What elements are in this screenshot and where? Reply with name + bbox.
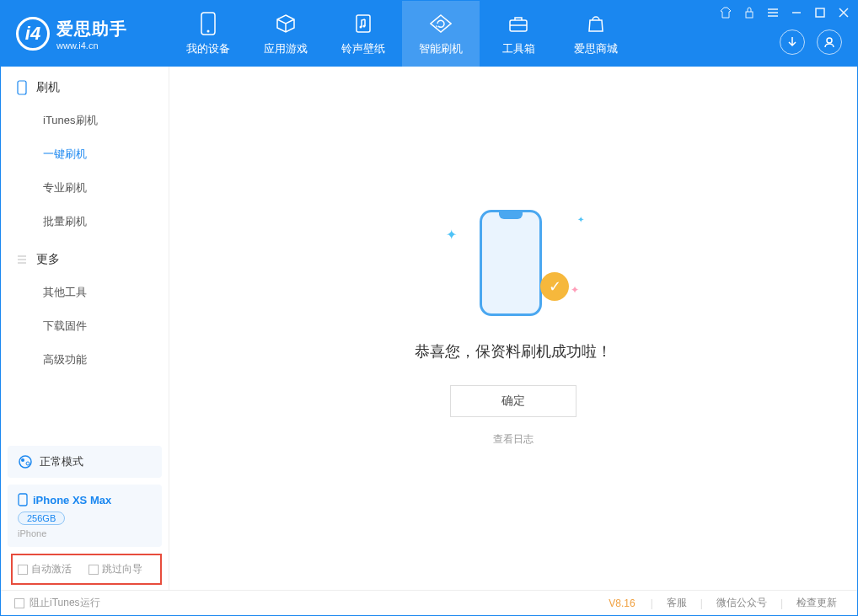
nav-tab-toolbox[interactable]: 工具箱 (480, 1, 557, 67)
menu-icon[interactable] (766, 6, 780, 19)
chk-label: 跳过向导 (102, 562, 142, 576)
music-icon (351, 11, 376, 36)
nav-label: 工具箱 (502, 41, 535, 56)
svg-point-3 (360, 26, 362, 29)
sidebar-item-batch-flash[interactable]: 批量刷机 (1, 205, 169, 238)
nav-label: 爱思商城 (574, 41, 618, 56)
nav-tab-ringtones[interactable]: 铃声壁纸 (324, 1, 402, 67)
checkbox-block-itunes[interactable]: 阻止iTunes运行 (14, 596, 100, 610)
success-message: 恭喜您，保资料刷机成功啦！ (415, 341, 612, 362)
sidebar-item-other-tools[interactable]: 其他工具 (1, 276, 169, 309)
sparkle-icon: ✦ (446, 227, 457, 243)
nav-label: 我的设备 (186, 41, 230, 56)
sidebar: 刷机 iTunes刷机 一键刷机 专业刷机 批量刷机 更多 其他工具 下载固件 … (1, 67, 169, 590)
status-bar: 阻止iTunes运行 V8.16 | 客服 | 微信公众号 | 检查更新 (1, 590, 857, 615)
mode-icon (18, 454, 33, 469)
nav-tabs: 我的设备 应用游戏 铃声壁纸 智能刷机 (169, 1, 635, 67)
checkbox-auto-activate[interactable]: 自动激活 (18, 562, 72, 576)
check-badge-icon: ✓ (540, 272, 569, 301)
minimize-icon[interactable] (790, 6, 803, 19)
svg-rect-23 (19, 494, 27, 506)
mode-box[interactable]: 正常模式 (8, 446, 162, 478)
sidebar-item-itunes-flash[interactable]: iTunes刷机 (1, 104, 169, 137)
nav-label: 应用游戏 (264, 41, 308, 56)
svg-point-22 (26, 462, 29, 465)
status-link-support[interactable]: 客服 (660, 596, 694, 610)
main-content: ✦ ✦ ✦ ✓ 恭喜您，保资料刷机成功啦！ 确定 查看日志 (169, 67, 857, 590)
status-link-wechat[interactable]: 微信公众号 (710, 596, 774, 610)
svg-rect-16 (18, 81, 26, 94)
section-title: 刷机 (36, 80, 60, 95)
sidebar-section-more: 更多 (1, 238, 169, 276)
block-itunes-label: 阻止iTunes运行 (29, 596, 100, 610)
sparkle-icon: ✦ (577, 215, 584, 224)
device-small-icon (18, 493, 28, 506)
svg-point-20 (19, 456, 31, 468)
sidebar-item-pro-flash[interactable]: 专业刷机 (1, 171, 169, 205)
nav-tab-apps[interactable]: 应用游戏 (247, 1, 324, 67)
phone-outline-icon (480, 210, 542, 316)
nav-tab-store[interactable]: 爱思商城 (557, 1, 635, 67)
sidebar-item-oneclick-flash[interactable]: 一键刷机 (1, 137, 169, 171)
cube-icon (273, 11, 298, 36)
toolbox-icon (506, 11, 531, 36)
logo-text: 爱思助手 www.i4.cn (56, 18, 127, 51)
logo-icon: i4 (16, 17, 50, 51)
nav-tab-flash[interactable]: 智能刷机 (402, 1, 480, 67)
nav-tab-device[interactable]: 我的设备 (169, 1, 247, 67)
body: 刷机 iTunes刷机 一键刷机 专业刷机 批量刷机 更多 其他工具 下载固件 … (1, 67, 857, 590)
sidebar-item-download-firmware[interactable]: 下载固件 (1, 309, 169, 343)
checkbox-icon (18, 565, 28, 575)
header-action-icons (780, 29, 842, 55)
nav-label: 铃声壁纸 (341, 41, 385, 56)
window-controls (719, 6, 850, 19)
svg-point-4 (363, 25, 366, 28)
nav-label: 智能刷机 (419, 41, 463, 56)
device-icon (196, 11, 221, 36)
view-log-link[interactable]: 查看日志 (493, 432, 534, 447)
status-right: V8.16 | 客服 | 微信公众号 | 检查更新 (609, 596, 844, 610)
logo: i4 爱思助手 www.i4.cn (1, 17, 169, 51)
version-label: V8.16 (609, 597, 635, 609)
checkbox-icon (14, 598, 24, 608)
list-icon (16, 254, 28, 265)
svg-rect-12 (816, 8, 824, 17)
close-icon[interactable] (837, 6, 850, 19)
sidebar-footer: 正常模式 iPhone XS Max 256GB iPhone 自动激活 跳过向… (1, 439, 169, 590)
checkbox-skip-guide[interactable]: 跳过向导 (88, 562, 142, 576)
device-name-row: iPhone XS Max (18, 493, 152, 506)
maximize-icon[interactable] (813, 6, 827, 19)
download-icon[interactable] (780, 29, 805, 55)
sparkle-icon: ✦ (571, 284, 579, 296)
status-link-update[interactable]: 检查更新 (790, 596, 844, 610)
mode-label: 正常模式 (40, 454, 83, 469)
lock-icon[interactable] (743, 6, 756, 19)
svg-point-21 (21, 458, 24, 462)
bag-icon (583, 11, 609, 36)
app-subtitle: www.i4.cn (56, 40, 127, 51)
section-title: 更多 (36, 252, 60, 267)
phone-icon (16, 80, 28, 95)
chk-label: 自动激活 (31, 562, 72, 576)
device-box[interactable]: iPhone XS Max 256GB iPhone (8, 485, 162, 547)
refresh-icon (428, 11, 453, 36)
checkbox-icon (88, 565, 99, 575)
success-illustration: ✦ ✦ ✦ ✓ (463, 210, 564, 319)
device-capacity: 256GB (18, 512, 65, 525)
sidebar-section-flash: 刷机 (1, 67, 169, 104)
ok-button[interactable]: 确定 (450, 385, 576, 417)
app-title: 爱思助手 (56, 18, 127, 40)
device-name: iPhone XS Max (33, 494, 111, 506)
header: i4 爱思助手 www.i4.cn 我的设备 应用游戏 (1, 1, 857, 67)
svg-rect-2 (357, 15, 370, 32)
svg-rect-7 (746, 12, 753, 18)
device-type: iPhone (18, 528, 152, 538)
user-icon[interactable] (817, 29, 842, 55)
phone-notch (499, 212, 523, 219)
svg-point-15 (827, 38, 832, 43)
sidebar-item-advanced[interactable]: 高级功能 (1, 343, 169, 377)
highlighted-checkbox-row: 自动激活 跳过向导 (11, 554, 162, 585)
svg-point-1 (207, 30, 210, 33)
app-window: i4 爱思助手 www.i4.cn 我的设备 应用游戏 (0, 0, 858, 616)
shirt-icon[interactable] (719, 6, 732, 19)
